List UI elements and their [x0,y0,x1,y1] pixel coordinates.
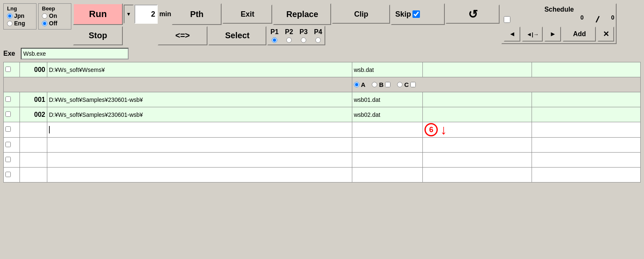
exe-input[interactable] [21,48,129,59]
schedule-area: Schedule 0 / 0 ◄ ◄|→ ► Add ✕ [501,3,617,44]
clip-button[interactable]: Clip [332,5,390,24]
replace-button[interactable]: Replace [273,3,331,25]
schedule-val1: 0 [581,14,584,25]
min-dropdown[interactable]: ▼ [124,5,134,24]
min-input[interactable] [134,5,158,24]
row-001-path[interactable]: D:¥Ws_soft¥Samples¥230601-wsb¥ [47,92,352,107]
row-003-path[interactable] [47,122,352,138]
lng-eng-row[interactable]: Eng [7,20,33,27]
schedule-checkbox[interactable] [504,16,510,23]
row-002-check-cell[interactable] [4,107,20,122]
lng-eng-radio[interactable] [7,21,12,26]
add-button[interactable]: Add [563,27,596,42]
row-003-check-cell[interactable] [4,122,20,138]
row-005-path[interactable] [47,153,352,168]
exe-label: Exe [3,50,18,57]
select-button[interactable]: Select [208,26,266,45]
reload-button[interactable]: ↺ [446,5,500,24]
pth-button[interactable]: Pth [172,3,222,25]
radio-c[interactable] [397,82,402,87]
row-006-extra2 [532,168,640,183]
row-002-extra1 [423,107,532,122]
min-label: min [159,10,171,18]
beep-on-radio[interactable] [42,13,47,19]
row-006-checkbox[interactable] [5,172,11,177]
row-004-check-cell[interactable] [4,138,20,153]
lng-jpn-label: Jpn [14,12,24,19]
table-row: 6 ↓ [4,122,641,138]
beep-label: Beep [42,5,68,12]
radio-c-group[interactable]: C [397,81,416,88]
data-table: 000 D:¥Ws_soft¥Wsems¥ wsb.dat A [3,62,641,183]
check-b[interactable] [385,82,390,87]
radio-a-group[interactable]: A [354,81,366,88]
row-004-checkbox[interactable] [5,142,11,147]
lng-jpn-row[interactable]: Jpn [7,12,33,19]
p3-radio[interactable] [301,37,306,43]
row-006-check-cell[interactable] [4,168,20,183]
row-001-check-cell[interactable] [4,92,20,107]
skip-label: Skip [395,10,411,19]
row-001-extra2 [532,92,640,107]
row-000-check-cell[interactable] [4,62,20,77]
radio-a[interactable] [354,82,359,87]
p4-label: P4 [314,28,322,36]
lng-label: Lng [7,5,33,12]
radio-b[interactable] [372,82,377,87]
p-radios [270,37,323,43]
row-004-path[interactable] [47,138,352,153]
row-005-check-cell[interactable] [4,153,20,168]
p4-radio[interactable] [315,37,321,43]
schedule-nav-row: ◄ ◄|→ ► Add ✕ [504,27,614,42]
row-000-path[interactable]: D:¥Ws_soft¥Wsems¥ [47,62,352,77]
lng-jpn-radio[interactable] [7,13,12,19]
schedule-val2: 0 [611,14,615,25]
row-003-checkbox[interactable] [5,126,11,132]
table-row [4,168,641,183]
buttons-row-2: Stop <=> Select P1 P2 P3 P4 [73,26,500,45]
arrow-down-icon: ↓ [440,123,447,136]
row-001-dat[interactable]: wsb01.dat [352,92,423,107]
row-002-checkbox[interactable] [5,111,11,117]
schedule-home-button[interactable]: ◄|→ [522,27,543,42]
skip-checkbox[interactable] [412,10,420,18]
row-001-checkbox[interactable] [5,96,11,102]
row-004-extra1 [423,138,532,153]
row-004-extra2 [532,138,640,153]
ab-spacer [4,77,352,92]
beep-group: Beep On Off [38,3,71,30]
row-005-dat [352,153,423,168]
beep-on-row[interactable]: On [42,12,68,19]
row-003-extra1: 6 ↓ [423,122,532,138]
radio-b-group[interactable]: B [372,81,390,88]
row-005-checkbox[interactable] [5,157,11,162]
schedule-title: Schedule [504,6,614,13]
schedule-next-button[interactable]: ► [544,27,561,42]
min-row: ▼ min [124,5,171,24]
p1-label: P1 [271,28,279,36]
stop-button[interactable]: Stop [73,26,123,45]
check-c[interactable] [410,82,416,87]
beep-off-row[interactable]: Off [42,20,68,27]
schedule-prev-button[interactable]: ◄ [504,27,520,42]
table-row: 002 D:¥Ws_soft¥Samples¥230601-wsb¥ wsb02… [4,107,641,122]
row-000-num: 000 [20,62,47,77]
run-button[interactable]: Run [73,3,123,25]
row-000-checkbox[interactable] [5,67,11,72]
swap-button[interactable]: <=> [158,26,207,45]
close-button[interactable]: ✕ [598,27,614,42]
row-001-extra1 [423,92,532,107]
p2-radio[interactable] [286,37,292,43]
row-000-dat[interactable]: wsb.dat [352,62,423,77]
row-003-num [20,122,47,138]
row-005-extra2 [532,153,640,168]
row-006-path[interactable] [47,168,352,183]
p1-radio[interactable] [272,37,277,43]
row-002-path[interactable]: D:¥Ws_soft¥Samples¥230601-wsb¥ [47,107,352,122]
beep-off-radio[interactable] [42,21,47,26]
row-002-extra2 [532,107,640,122]
top-section: Lng Jpn Eng Beep On Off [3,3,641,45]
arrow-number: 6 [424,123,438,136]
row-002-dat[interactable]: wsb02.dat [352,107,423,122]
exit-button[interactable]: Exit [222,5,272,24]
